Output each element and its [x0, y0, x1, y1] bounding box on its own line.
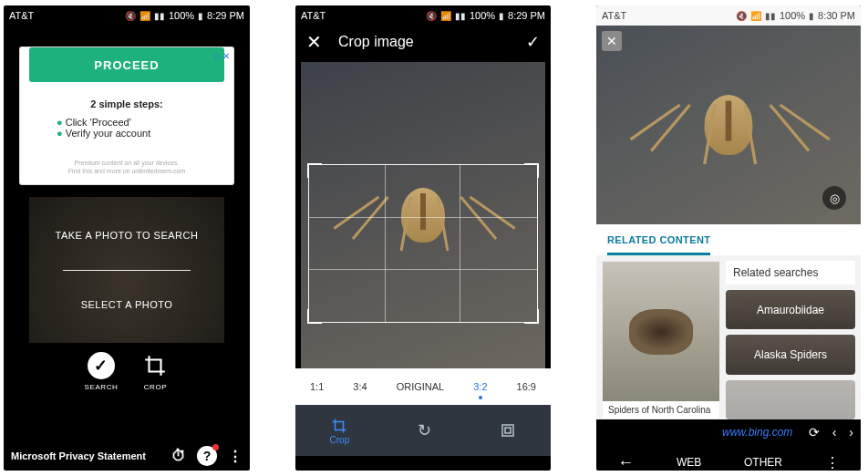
ratio-option[interactable]: 3:4: [353, 381, 367, 392]
ad-bullet: Click 'Proceed': [57, 117, 233, 128]
crop-header: ✕ Crop image ✓: [295, 26, 551, 58]
crop-canvas[interactable]: [301, 62, 545, 368]
close-icon[interactable]: ✕: [306, 31, 322, 53]
signal-icon: ▮▮: [455, 11, 466, 21]
rotate-button[interactable]: ↻: [418, 421, 431, 440]
check-icon: ✓: [88, 352, 115, 379]
wifi-icon: 📶: [140, 11, 150, 21]
crop-handle-tr[interactable]: [524, 163, 539, 178]
tab-related-content[interactable]: RELATED CONTENT: [596, 224, 861, 255]
privacy-link[interactable]: Microsoft Privacy Statement: [11, 450, 146, 461]
ad-close-icon[interactable]: ▷✕: [215, 51, 230, 61]
ratio-option-selected[interactable]: 3:2: [473, 381, 487, 392]
refresh-icon[interactable]: ⟳: [809, 425, 820, 440]
bottom-nav: ← WEB OTHER ⋮: [596, 445, 861, 471]
ratio-option[interactable]: ORIGINAL: [397, 381, 445, 392]
more-icon[interactable]: ⋮: [228, 448, 243, 465]
crop-icon: [141, 352, 169, 379]
confirm-icon[interactable]: ✓: [526, 32, 540, 52]
mute-icon: 🔇: [426, 11, 437, 21]
screen-results: AT&T 🔇 📶 ▮▮ 100% ▮ 8:30 PM ✕ ◎ RELAT: [596, 5, 861, 471]
ad-fineprint: Premium content on all your devices. Fin…: [20, 159, 233, 175]
ratio-option[interactable]: 1:1: [310, 381, 324, 392]
signal-icon: ▮▮: [765, 11, 776, 21]
battery-icon: ▮: [499, 11, 504, 21]
url-bar: www.bing.com ⟳ ‹ ›: [596, 419, 861, 445]
result-caption: Spiders of North Carolina: [603, 401, 719, 419]
status-right: 🔇 📶 ▮▮ 100% ▮ 8:29 PM: [125, 10, 244, 21]
divider: [63, 270, 191, 271]
ad-proceed-button[interactable]: PROCEED: [29, 47, 224, 82]
status-bar: AT&T 🔇 📶 ▮▮ 100% ▮ 8:29 PM: [295, 5, 551, 26]
photo-panel: TAKE A PHOTO TO SEARCH SELECT A PHOTO: [29, 197, 224, 343]
mute-icon: 🔇: [736, 11, 747, 21]
svg-rect-1: [505, 428, 511, 433]
crop-tab[interactable]: Crop: [330, 417, 350, 445]
page-title: Crop image: [338, 34, 526, 50]
status-right: 🔇 📶 ▮▮ 100% ▮ 8:29 PM: [426, 10, 545, 21]
results-body: ✕ ◎ RELATED CONTENT Spiders of North Car…: [596, 26, 861, 471]
carrier-label: AT&T: [301, 10, 326, 21]
timer-icon[interactable]: ⏱: [171, 448, 186, 464]
carrier-label: AT&T: [602, 10, 626, 21]
signal-icon: ▮▮: [154, 11, 165, 21]
ad-banner: ▷✕ PROCEED 2 simple steps: Click 'Procee…: [20, 47, 233, 184]
back-icon[interactable]: ←: [617, 453, 634, 471]
crop-frame[interactable]: [308, 164, 538, 323]
footer-bar: Microsoft Privacy Statement ⏱ ? ⋮: [4, 441, 250, 471]
battery-label: 100%: [169, 10, 194, 21]
hero-image: ◎: [596, 26, 861, 224]
more-icon[interactable]: ⋮: [825, 454, 840, 471]
ad-bullets: Click 'Proceed' Verify your account: [57, 117, 233, 139]
expand-button[interactable]: [500, 421, 516, 440]
related-chip[interactable]: Amaurobiidae: [726, 290, 855, 329]
clock-label: 8:29 PM: [508, 10, 545, 21]
ad-steps-title: 2 simple steps:: [20, 98, 233, 109]
lens-search-icon[interactable]: ◎: [822, 186, 846, 210]
nav-back-icon[interactable]: ‹: [832, 425, 837, 440]
wifi-icon: 📶: [750, 11, 761, 21]
svg-rect-0: [502, 425, 513, 436]
tab-web[interactable]: WEB: [677, 456, 701, 469]
related-title: Related searches: [726, 261, 855, 285]
spider-image: [658, 75, 799, 175]
nav-forward-icon[interactable]: ›: [849, 425, 853, 440]
status-bar: AT&T 🔇 📶 ▮▮ 100% ▮ 8:30 PM: [596, 5, 861, 26]
crop-handle-br[interactable]: [524, 309, 539, 324]
url-text: www.bing.com: [604, 426, 792, 439]
status-bar: AT&T 🔇 📶 ▮▮ 100% ▮ 8:29 PM: [4, 5, 250, 26]
search-tool-button[interactable]: ✓ SEARCH: [85, 352, 119, 391]
crop-tool-button[interactable]: CROP: [141, 352, 169, 391]
aspect-ratio-bar: 1:1 3:4 ORIGINAL 3:2 16:9: [295, 368, 551, 405]
battery-icon: ▮: [198, 11, 203, 21]
crop-toolbar: Crop ↻: [295, 405, 551, 456]
related-chip[interactable]: Alaska Spiders: [726, 335, 855, 374]
results-row: Spiders of North Carolina Related search…: [596, 255, 861, 419]
tab-other[interactable]: OTHER: [744, 456, 782, 469]
help-button[interactable]: ?: [197, 446, 217, 466]
battery-icon: ▮: [809, 11, 814, 21]
mute-icon: 🔇: [125, 11, 136, 21]
take-photo-button[interactable]: TAKE A PHOTO TO SEARCH: [56, 230, 199, 241]
related-searches: Related searches Amaurobiidae Alaska Spi…: [726, 261, 855, 419]
ad-bullet: Verify your account: [57, 128, 233, 139]
result-card[interactable]: Spiders of North Carolina: [602, 261, 720, 419]
clock-label: 8:29 PM: [207, 10, 244, 21]
crop-icon: [331, 417, 347, 435]
related-chip[interactable]: [726, 380, 855, 419]
result-thumb: [603, 262, 719, 401]
wifi-icon: 📶: [440, 11, 451, 21]
screen-crop: AT&T 🔇 📶 ▮▮ 100% ▮ 8:29 PM ✕ Crop image …: [295, 5, 551, 471]
toolbar: ✓ SEARCH CROP: [4, 352, 250, 391]
screen-search-app: AT&T 🔇 📶 ▮▮ 100% ▮ 8:29 PM ▷✕ PROCEED 2 …: [4, 5, 250, 471]
select-photo-button[interactable]: SELECT A PHOTO: [81, 299, 173, 310]
rotate-icon: ↻: [418, 421, 431, 440]
battery-label: 100%: [780, 10, 805, 21]
crop-handle-tl[interactable]: [307, 163, 322, 178]
expand-icon: [500, 421, 516, 440]
carrier-label: AT&T: [9, 10, 34, 21]
clock-label: 8:30 PM: [818, 10, 855, 21]
ratio-option[interactable]: 16:9: [517, 381, 536, 392]
crop-handle-bl[interactable]: [307, 309, 322, 324]
close-icon[interactable]: ✕: [602, 31, 622, 51]
